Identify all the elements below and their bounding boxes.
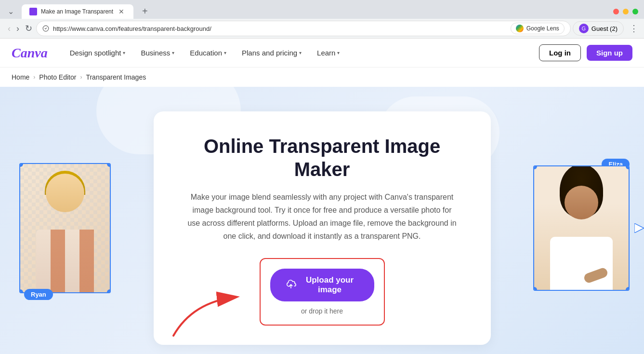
upload-drop-zone[interactable]: Upload your image or drop it here bbox=[260, 258, 385, 326]
upload-icon bbox=[286, 279, 296, 292]
right-corner-handle-br[interactable] bbox=[626, 287, 630, 291]
guest-label: Guest (2) bbox=[591, 25, 618, 32]
hero-description: Make your image blend seamlessly with an… bbox=[187, 191, 457, 243]
nav-item-business-label: Business bbox=[141, 49, 170, 57]
browser-toolbar: ‹ › ↻ Google Lens G Guest (2) ⋮ bbox=[0, 19, 644, 38]
google-lens-icon bbox=[516, 25, 524, 32]
face bbox=[46, 174, 84, 212]
url-input[interactable] bbox=[53, 25, 507, 32]
drop-text: or drop it here bbox=[270, 307, 374, 315]
login-button[interactable]: Log in bbox=[539, 44, 581, 61]
right-arm bbox=[583, 267, 609, 284]
nav-item-education[interactable]: Education ▾ bbox=[183, 45, 233, 61]
nav-item-design-spotlight-label: Design spotlight bbox=[70, 49, 121, 57]
breadcrumb-home[interactable]: Home bbox=[12, 73, 29, 81]
chevron-down-icon: ▾ bbox=[224, 50, 226, 55]
left-person-name-badge: Ryan bbox=[24, 289, 53, 300]
signup-button[interactable]: Sign up bbox=[587, 45, 632, 61]
window-close-button[interactable] bbox=[613, 9, 619, 14]
chevron-down-icon: ▾ bbox=[337, 50, 340, 55]
nav-item-design-spotlight[interactable]: Design spotlight ▾ bbox=[63, 45, 132, 61]
person-body-left bbox=[20, 164, 110, 292]
nav-item-plans-pricing[interactable]: Plans and pricing ▾ bbox=[235, 45, 308, 61]
right-person-card: Eliza bbox=[533, 165, 634, 291]
lock-icon bbox=[42, 25, 49, 32]
breadcrumb: Home › Photo Editor › Transparent Images bbox=[0, 68, 644, 87]
resize-triangle-icon bbox=[634, 223, 644, 233]
breadcrumb-photo-editor[interactable]: Photo Editor bbox=[39, 73, 76, 81]
nav-items: Design spotlight ▾ Business ▾ Education … bbox=[63, 45, 539, 61]
upload-button[interactable]: Upload your image bbox=[270, 269, 374, 301]
hero-title: Online Transparent Image Maker bbox=[183, 135, 462, 181]
canva-logo[interactable]: Canva bbox=[12, 45, 48, 61]
forward-button[interactable]: › bbox=[14, 22, 21, 36]
nav-item-learn-label: Learn bbox=[317, 49, 335, 57]
body bbox=[36, 230, 94, 292]
tabs-bar: ⌄ Make an Image Transparent ✕ + bbox=[0, 0, 644, 19]
right-body bbox=[550, 237, 613, 290]
right-person-image bbox=[533, 165, 630, 291]
svg-marker-2 bbox=[634, 223, 644, 233]
tab-close-button[interactable]: ✕ bbox=[117, 7, 126, 16]
canva-navigation: Canva Design spotlight ▾ Business ▾ Educ… bbox=[0, 39, 644, 68]
upload-button-label: Upload your image bbox=[301, 275, 359, 295]
hero-section: Ryan Online Transparent Image Maker Make… bbox=[0, 87, 644, 354]
address-bar: Google Lens bbox=[36, 21, 571, 36]
left-person-card: Ryan bbox=[19, 163, 116, 293]
window-minimize-button[interactable] bbox=[623, 9, 629, 14]
reload-button[interactable]: ↻ bbox=[23, 21, 34, 36]
google-lens-button[interactable]: Google Lens bbox=[511, 23, 565, 34]
right-person-body bbox=[534, 166, 629, 290]
shirt bbox=[36, 230, 94, 292]
browser-chrome: ⌄ Make an Image Transparent ✕ + ‹ › ↻ Go… bbox=[0, 0, 644, 39]
arrow-decoration bbox=[164, 283, 250, 340]
left-person-image bbox=[19, 163, 111, 293]
nav-item-education-label: Education bbox=[190, 49, 222, 57]
active-tab[interactable]: Make an Image Transparent ✕ bbox=[22, 4, 133, 19]
google-lens-label: Google Lens bbox=[526, 25, 559, 32]
nav-item-plans-pricing-label: Plans and pricing bbox=[242, 49, 297, 57]
chevron-down-icon: ▾ bbox=[299, 50, 302, 55]
chevron-down-icon: ▾ bbox=[123, 50, 125, 55]
browser-menu-button[interactable]: ⋮ bbox=[630, 23, 638, 34]
back-button[interactable]: ‹ bbox=[6, 22, 13, 36]
cloud-upload-icon bbox=[286, 279, 296, 289]
breadcrumb-separator-1: › bbox=[33, 74, 35, 81]
nav-actions: Log in Sign up bbox=[539, 44, 632, 61]
profile-icon: G bbox=[579, 24, 589, 33]
new-tab-button[interactable]: + bbox=[137, 4, 153, 19]
tab-favicon bbox=[29, 8, 37, 15]
window-maximize-button[interactable] bbox=[632, 9, 638, 14]
nav-item-business[interactable]: Business ▾ bbox=[134, 45, 181, 61]
breadcrumb-separator-2: › bbox=[80, 74, 82, 81]
breadcrumb-current: Transparent Images bbox=[86, 73, 146, 81]
profile-button[interactable]: G Guest (2) bbox=[573, 21, 624, 36]
chevron-down-icon: ▾ bbox=[172, 50, 174, 55]
nav-item-learn[interactable]: Learn ▾ bbox=[310, 45, 346, 61]
tab-list-button[interactable]: ⌄ bbox=[6, 5, 16, 18]
right-face bbox=[565, 186, 598, 219]
tab-title: Make an Image Transparent bbox=[41, 8, 113, 15]
